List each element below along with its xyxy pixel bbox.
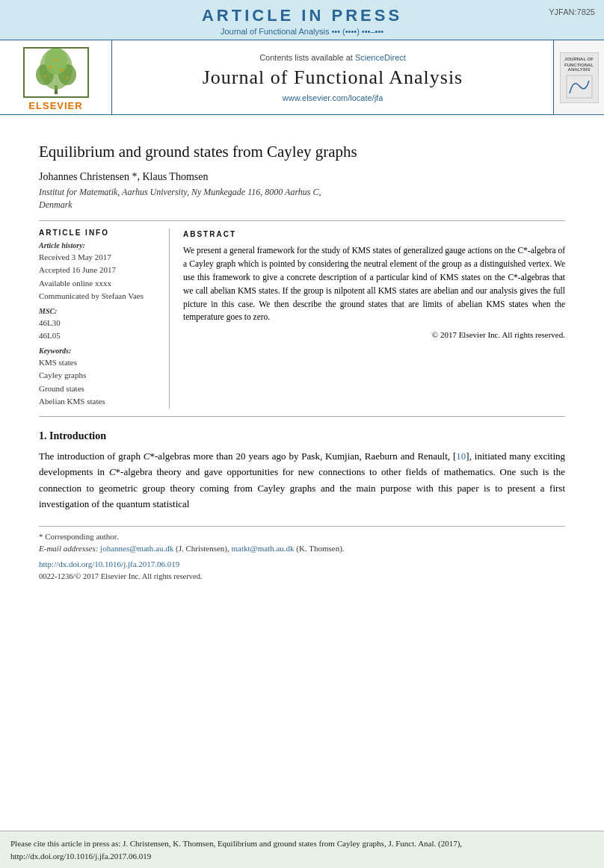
communicated-by: Communicated by Stefaan Vaes bbox=[39, 290, 160, 303]
svg-point-8 bbox=[43, 75, 46, 78]
journal-website: www.elsevier.com/locate/jfa bbox=[283, 93, 383, 102]
keywords-label: Keywords: bbox=[39, 347, 160, 355]
journal-header: ELSEVIER Contents lists available at Sci… bbox=[0, 40, 604, 115]
msc1: 46L30 bbox=[39, 317, 160, 329]
msc2: 46L05 bbox=[39, 329, 160, 342]
main-content: Equilibrium and ground states from Cayle… bbox=[0, 115, 604, 590]
banner-title: ARTICLE IN PRESS bbox=[202, 6, 402, 25]
email-addresses: E-mail addresses: johannes@math.au.dk (J… bbox=[39, 542, 565, 555]
svg-point-9 bbox=[66, 77, 68, 79]
journal-ref: Journal of Functional Analysis ••• (••••… bbox=[0, 27, 604, 36]
footnote-area: * Corresponding author. E-mail addresses… bbox=[39, 526, 565, 583]
article-info: ARTICLE INFO Article history: Received 3… bbox=[39, 229, 170, 409]
issn-line: 0022-1236/© 2017 Elsevier Inc. All right… bbox=[39, 571, 565, 583]
doi-link[interactable]: http://dx.doi.org/10.1016/j.jfa.2017.06.… bbox=[39, 558, 565, 571]
article-info-abstract: ARTICLE INFO Article history: Received 3… bbox=[39, 220, 565, 417]
paper-title: Equilibrium and ground states from Cayle… bbox=[39, 142, 565, 162]
available-online: Available online xxxx bbox=[39, 277, 160, 290]
citation-box: Please cite this article in press as: J.… bbox=[0, 831, 604, 868]
affiliation: Institut for Matematik, Aarhus Universit… bbox=[39, 186, 565, 211]
corresponding-author: * Corresponding author. bbox=[39, 530, 565, 543]
accepted-date: Accepted 16 June 2017 bbox=[39, 264, 160, 276]
email2-link[interactable]: matkt@math.au.dk bbox=[232, 544, 295, 553]
received-date: Received 3 May 2017 bbox=[39, 251, 160, 264]
thumb-icon bbox=[566, 75, 593, 99]
article-info-heading: ARTICLE INFO bbox=[39, 229, 160, 237]
keyword-4: Abelian KMS states bbox=[39, 395, 160, 408]
elsevier-tree-icon bbox=[22, 46, 90, 99]
sciencedirect-link[interactable]: ScienceDirect bbox=[355, 53, 406, 62]
journal-header-center: Contents lists available at ScienceDirec… bbox=[112, 40, 553, 114]
msc-label: MSC: bbox=[39, 307, 160, 315]
thumb-inner: JOURNAL OF FUNCTIONAL ANALYSIS bbox=[560, 52, 599, 103]
authors: Johannes Christensen *, Klaus Thomsen bbox=[39, 171, 565, 183]
intro-paragraph: The introduction of graph C*-algebras mo… bbox=[39, 448, 565, 512]
abstract-text: We present a general framework for the s… bbox=[183, 244, 565, 324]
keyword-2: Cayley graphs bbox=[39, 369, 160, 382]
intro-section-heading: 1. Introduction bbox=[39, 430, 565, 442]
cstar-1: C bbox=[144, 450, 150, 462]
elsevier-label: ELSEVIER bbox=[28, 100, 82, 111]
ref-10: 10 bbox=[456, 450, 466, 462]
svg-point-4 bbox=[45, 48, 67, 75]
svg-point-7 bbox=[54, 58, 57, 61]
cstar-2: C bbox=[109, 466, 116, 477]
journal-name-heading: Journal of Functional Analysis bbox=[203, 66, 463, 89]
elsevier-logo-area: ELSEVIER bbox=[0, 40, 112, 114]
svg-point-5 bbox=[49, 66, 52, 69]
email1-link[interactable]: johannes@math.au.dk bbox=[100, 544, 173, 553]
yjfan-code: YJFAN:7825 bbox=[549, 7, 595, 16]
svg-point-6 bbox=[60, 69, 63, 72]
abstract: ABSTRACT We present a general framework … bbox=[183, 229, 565, 409]
article-in-press-banner: ARTICLE IN PRESS YJFAN:7825 Journal of F… bbox=[0, 0, 604, 40]
keyword-1: KMS states bbox=[39, 356, 160, 369]
abstract-heading: ABSTRACT bbox=[183, 229, 565, 241]
contents-available: Contents lists available at ScienceDirec… bbox=[259, 53, 406, 62]
journal-thumbnail: JOURNAL OF FUNCTIONAL ANALYSIS bbox=[553, 40, 604, 114]
abstract-copyright: © 2017 Elsevier Inc. All rights reserved… bbox=[183, 329, 565, 341]
history-label: Article history: bbox=[39, 241, 160, 249]
keyword-3: Ground states bbox=[39, 382, 160, 395]
